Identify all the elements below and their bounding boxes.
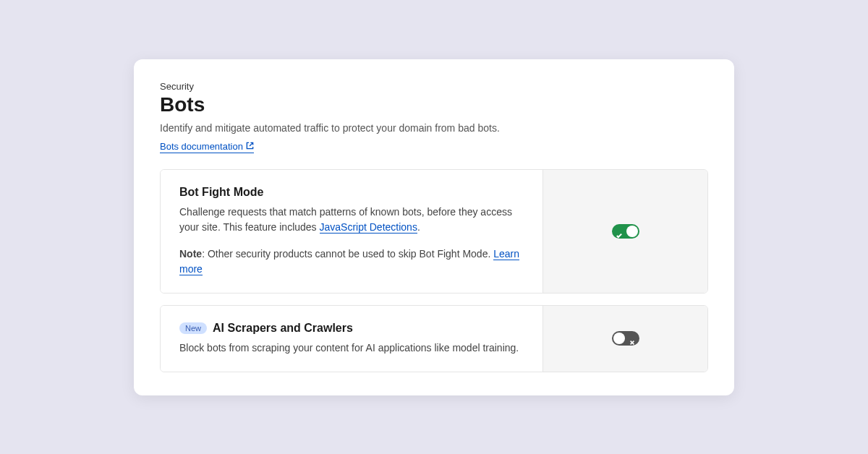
doc-link-text: Bots documentation <box>160 141 243 152</box>
bot-fight-mode-toggle[interactable] <box>612 224 639 239</box>
cross-icon <box>629 335 635 341</box>
javascript-detections-link[interactable]: JavaScript Detections <box>320 221 417 234</box>
bot-fight-mode-action <box>542 170 707 293</box>
check-icon <box>616 228 622 234</box>
page-title: Bots <box>160 93 708 116</box>
ai-scrapers-title: AI Scrapers and Crawlers <box>213 322 353 335</box>
new-badge: New <box>179 322 207 334</box>
ai-scrapers-card: New AI Scrapers and Crawlers Block bots … <box>160 305 708 372</box>
page-description: Identify and mitigate automated traffic … <box>160 122 708 134</box>
bots-documentation-link[interactable]: Bots documentation <box>160 141 254 153</box>
toggle-knob <box>626 226 638 237</box>
bots-settings-panel: Security Bots Identify and mitigate auto… <box>134 59 734 395</box>
bot-fight-mode-card: Bot Fight Mode Challenge requests that m… <box>160 169 708 294</box>
bot-fight-mode-description: Challenge requests that match patterns o… <box>179 205 524 235</box>
ai-scrapers-toggle[interactable] <box>612 331 639 346</box>
ai-scrapers-description: Block bots from scraping your content fo… <box>179 340 524 356</box>
breadcrumb: Security <box>160 81 708 92</box>
external-link-icon <box>246 141 254 152</box>
toggle-knob <box>613 333 625 344</box>
bot-fight-mode-title: Bot Fight Mode <box>179 186 263 199</box>
bot-fight-mode-note: Note: Other security products cannot be … <box>179 247 524 277</box>
bot-fight-mode-content: Bot Fight Mode Challenge requests that m… <box>161 170 542 293</box>
ai-scrapers-action <box>542 306 707 372</box>
ai-scrapers-content: New AI Scrapers and Crawlers Block bots … <box>161 306 542 372</box>
